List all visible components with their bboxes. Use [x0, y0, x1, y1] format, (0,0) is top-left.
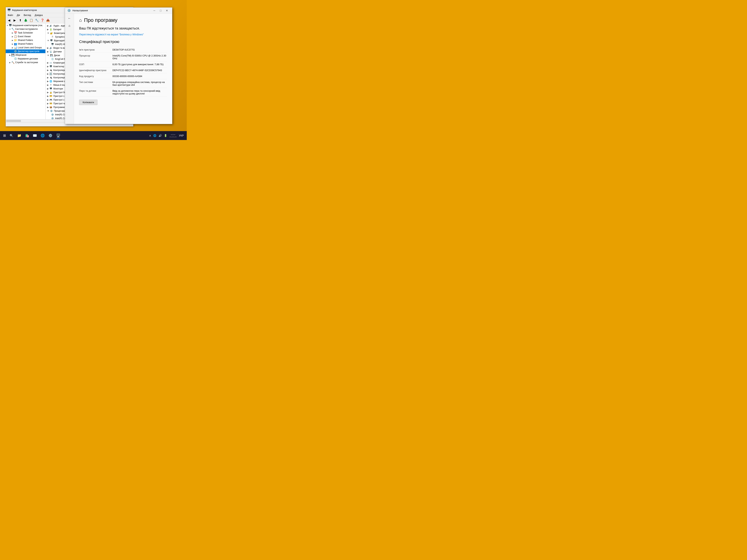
task-sched-icon: 📅: [14, 31, 17, 34]
tree-task-scheduler[interactable]: ▶ 📅 Task Scheduler: [6, 31, 45, 35]
settings-window-controls: ─ □ ✕: [151, 8, 170, 13]
root-expand-icon: ▼: [6, 24, 9, 26]
export-btn[interactable]: 📤: [45, 18, 51, 23]
settings-home-button[interactable]: ⌂: [66, 22, 73, 29]
menu-action[interactable]: Дія: [16, 14, 21, 17]
hid-icon: 🎮: [49, 99, 52, 101]
audio-io-icon: 🔊: [49, 47, 52, 49]
sys-tools-label: Системні інструменти: [15, 28, 37, 30]
sys-tools-expand: ▼: [9, 28, 11, 30]
properties-btn[interactable]: 🔧: [34, 18, 40, 23]
tray-chevron[interactable]: ∧: [148, 134, 152, 137]
mouse-icon: 🖱️: [49, 84, 52, 86]
copy-button[interactable]: Копіювати: [79, 100, 98, 105]
system-type-value: 64-розрядна операційна система, процесор…: [112, 81, 167, 86]
spec-row-ram: ОЗП 8,00 ГБ (доступно для використання: …: [79, 61, 167, 68]
menu-file[interactable]: Файл: [6, 14, 14, 17]
taskbar-store[interactable]: 🛍️: [23, 132, 31, 139]
shared-folders-icon: 📁: [14, 39, 17, 42]
keyboards-label: Клавіатури: [53, 61, 65, 64]
back-button[interactable]: ◀: [6, 18, 12, 23]
local-users-expand: ▶: [11, 43, 14, 45]
software-icon: 📦: [49, 106, 52, 108]
audio-icon: 🔊: [49, 24, 52, 27]
menu-view[interactable]: Вигляд: [23, 14, 32, 17]
security-link[interactable]: Переглянути відомості на екрані "Безпека…: [79, 33, 167, 36]
spec-row-device-id: Ідентифікатор пристрою DEF47C22-BEC7-487…: [79, 68, 167, 73]
action-btn[interactable]: 📋: [29, 18, 34, 23]
root-icon: 🖥️: [9, 24, 12, 27]
tree-services[interactable]: ▶ 🔨 Служби та застосунки: [6, 60, 45, 64]
tree-device-manager[interactable]: ⚙️ Диспетчер пристроїв: [6, 49, 45, 53]
taskbar-chrome[interactable]: 🌐: [39, 132, 46, 139]
settings-titlebar: ⚙️ Налаштування ─ □ ✕: [65, 7, 172, 14]
tray-clock: —:—: [171, 133, 176, 136]
scrollbar-thumb[interactable]: [6, 120, 21, 122]
settings-nav: ← ⌂: [65, 14, 74, 124]
tray-battery-icon[interactable]: 🔋: [163, 134, 168, 137]
sys-tools-icon: 🔧: [11, 28, 15, 31]
start-button[interactable]: ⊞: [1, 132, 8, 139]
system-type-label: Тип системи: [79, 81, 112, 83]
tray-volume-icon[interactable]: 🔊: [158, 134, 162, 137]
root-label: Керування комп'ютером (лок.: [12, 24, 43, 27]
disks-label: Диски: [54, 54, 60, 57]
shared-folders-expand: ▶: [11, 39, 14, 41]
intel-graphics-icon: 🖥️: [51, 43, 54, 46]
specs-table: Ім'я пристрою DESKTOP-IUC377G Процесор I…: [79, 47, 167, 97]
cpu2-icon: ⚙️: [51, 117, 54, 119]
processor-value: Intel(R) Core(TM) i5-5300U CPU @ 2.30GHz…: [112, 54, 167, 60]
tray-time[interactable]: —:— —.—.—: [169, 133, 177, 138]
tray-language[interactable]: УКР: [178, 134, 184, 137]
about-icon: ⌂: [79, 18, 82, 23]
spec-row-system-type: Тип системи 64-розрядна операційна систе…: [79, 79, 167, 88]
settings-minimize-button[interactable]: ─: [151, 8, 157, 13]
tree-root[interactable]: ▼ 🖥️ Керування комп'ютером (лок.: [6, 24, 45, 27]
computer-mgmt-icon: 🖥️: [7, 8, 11, 12]
cpu1-icon: ⚙️: [51, 113, 54, 116]
settings-maximize-button[interactable]: □: [158, 8, 163, 13]
tree-event-viewer[interactable]: ▶ 📋 Event Viewer: [6, 35, 45, 38]
up-button[interactable]: ⬆: [18, 18, 23, 23]
sensors-icon: 📡: [49, 50, 52, 53]
services-expand: ▶: [9, 61, 11, 63]
help-toolbar-btn[interactable]: ❓: [40, 18, 45, 23]
smartcard-icon: 💳: [49, 102, 52, 105]
spec-row-pen: Перо та дотики Ввід за допомогою пера та…: [79, 88, 167, 97]
taskbar-file-explorer[interactable]: 📁: [16, 132, 23, 139]
local-users-label: Shared Folders: [18, 43, 33, 45]
tree-performance[interactable]: ▶ 📊 Local Users and Groups: [6, 46, 45, 49]
device-id-value: DEF47C22-BEC7-4874-846F-52CD39C57943: [112, 69, 167, 72]
taskbar-search-button[interactable]: 🔍: [8, 132, 15, 139]
show-hide-tree[interactable]: 🌲: [23, 18, 28, 23]
services-label: Служби та застосунки: [15, 61, 38, 64]
ram-value: 8,00 ГБ (доступно для використання: 7,88…: [112, 63, 167, 66]
security-dev-icon: 🔒: [49, 91, 52, 94]
spec-row-processor: Процесор Intel(R) Core(TM) i5-5300U CPU …: [79, 53, 167, 61]
performance-label: Local Users and Groups: [18, 46, 42, 49]
device-mgr-expand: [11, 50, 14, 52]
batteries-icon: 🔋: [49, 28, 52, 31]
menu-help[interactable]: Довідка: [33, 14, 44, 17]
taskbar-items: 📁 🛍️ ✉️ 🌐 ⚙️ 🖥️: [16, 132, 62, 139]
usb-icon: 🔌: [49, 76, 52, 79]
settings-close-button[interactable]: ✕: [164, 8, 170, 13]
tree-panel: ▼ 🖥️ Керування комп'ютером (лок. ▼ 🔧 Сис…: [6, 24, 46, 119]
tree-storage[interactable]: ▶ 💾 Зберігання: [6, 53, 45, 57]
tree-system-tools[interactable]: ▼ 🔧 Системні інструменти: [6, 27, 45, 31]
taskbar-mail[interactable]: ✉️: [31, 132, 38, 139]
settings-back-button[interactable]: ←: [66, 15, 73, 22]
tree-disk-mgmt[interactable]: 💿 Керування дисками: [6, 57, 45, 60]
tree-local-users[interactable]: ▶ 👥 Shared Folders: [6, 42, 45, 46]
product-key-label: Код продукту: [79, 75, 112, 78]
computer-mgmt-taskbar-icon: 🖥️: [56, 134, 60, 138]
disk-mgmt-expand: [11, 58, 14, 60]
forward-button[interactable]: ▶: [12, 18, 17, 23]
settings-icon: ⚙️: [67, 9, 71, 12]
device-name-label: Ім'я пристрою: [79, 48, 112, 51]
spec-row-product-key: Код продукту 00330-80000-00000-AA584: [79, 73, 167, 79]
taskbar-settings[interactable]: ⚙️: [47, 132, 54, 139]
tray-network-icon[interactable]: 🌐: [153, 134, 157, 137]
taskbar-computer-mgmt[interactable]: 🖥️: [54, 132, 62, 139]
tree-shared-folders[interactable]: ▶ 📁 Shared Folders: [6, 38, 45, 42]
